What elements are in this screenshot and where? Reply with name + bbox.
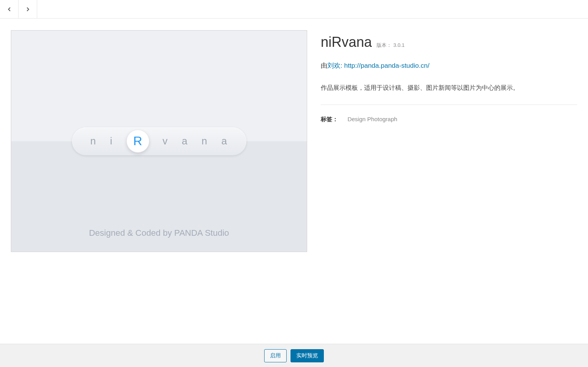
author-row: 由刘欢: http://panda.panda-studio.cn/ — [321, 61, 577, 70]
logo-letter: n — [90, 135, 96, 147]
chevron-left-icon — [6, 6, 13, 13]
footer-action-bar: 启用 实时预览 — [0, 344, 588, 367]
logo-letter: i — [110, 135, 113, 147]
theme-description: 作品展示模板，适用于设计稿、摄影、图片新闻等以图片为中心的展示。 — [321, 82, 577, 93]
author-url-link[interactable]: : http://panda.panda-studio.cn/ — [340, 62, 430, 69]
logo-letter-highlight: R — [133, 134, 142, 148]
chevron-right-icon — [24, 6, 31, 13]
logo-letter: v — [162, 135, 168, 147]
activate-button[interactable]: 启用 — [264, 349, 287, 362]
theme-logo-pill: n i R v a n a — [72, 127, 246, 155]
author-name-link[interactable]: 刘欢 — [327, 62, 340, 69]
logo-letter: a — [222, 135, 228, 147]
divider — [321, 105, 577, 105]
tags-row: 标签： Design Photograph — [321, 116, 577, 123]
version-value: 3.0.1 — [394, 42, 405, 48]
top-navigation-bar — [0, 0, 588, 19]
tags-label: 标签： — [321, 116, 338, 122]
live-preview-button[interactable]: 实时预览 — [291, 349, 324, 362]
theme-preview-image: n i R v a n a Designed & Coded by PANDA … — [11, 30, 307, 252]
nav-back-button[interactable] — [0, 0, 19, 18]
nav-forward-button[interactable] — [19, 0, 37, 18]
theme-name: niRvana — [321, 34, 372, 50]
theme-details-pane: niRvana 版本： 3.0.1 由刘欢: http://panda.pand… — [321, 30, 577, 252]
version-label: 版本： — [377, 42, 392, 48]
logo-letter: a — [182, 135, 188, 147]
main-content: n i R v a n a Designed & Coded by PANDA … — [0, 19, 588, 252]
logo-highlight-circle: R — [127, 130, 149, 153]
tags-value: Design Photograph — [347, 116, 397, 122]
author-prefix: 由 — [321, 62, 327, 69]
logo-letter: n — [201, 135, 208, 147]
preview-credit-text: Designed & Coded by PANDA Studio — [11, 228, 307, 238]
theme-title-row: niRvana 版本： 3.0.1 — [321, 34, 577, 50]
